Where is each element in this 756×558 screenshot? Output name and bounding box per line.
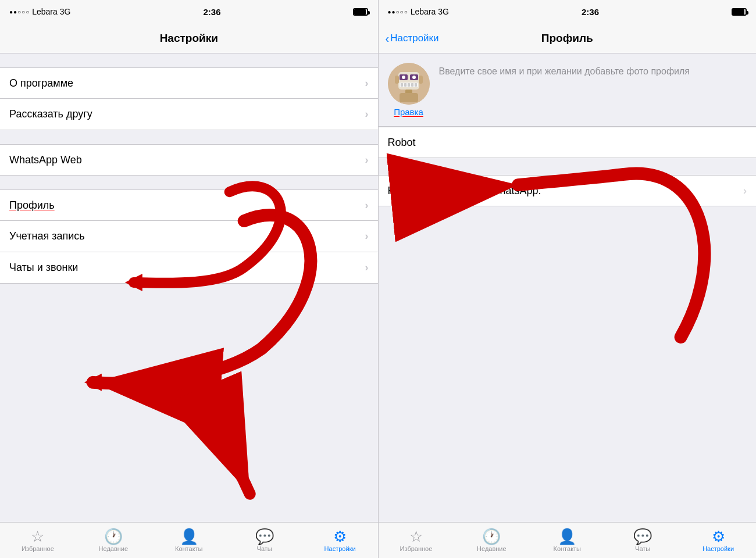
list-item-tell-friend-label: Рассказать другу [9, 108, 365, 120]
settings-icon-right: ⚙ [712, 529, 725, 544]
list-item-about[interactable]: О программе › [0, 67, 378, 99]
status-chevron-icon: › [743, 185, 747, 197]
svg-point-9 [412, 76, 416, 79]
tab-favorites-right[interactable]: ☆ Избранное [379, 529, 454, 552]
chevron-tell-friend: › [365, 108, 369, 120]
status-text: Hey there! I am using WhatsApp. [388, 185, 744, 197]
recent-icon-left: 🕐 [104, 529, 123, 544]
list-item-whatsapp-web[interactable]: WhatsApp Web › [0, 144, 378, 176]
carrier-right: Lebara [411, 7, 436, 16]
chats-label-left: Чаты [257, 545, 272, 552]
list-item-account-label: Учетная запись [9, 230, 365, 242]
status-bar-right: ●●○○○ Lebara 3G 2:36 [379, 0, 757, 23]
recent-label-right: Недавние [477, 545, 507, 552]
chats-icon-left: 💬 [255, 529, 274, 544]
time-left: 2:36 [203, 7, 220, 17]
chevron-about: › [365, 77, 369, 90]
list-item-account[interactable]: Учетная запись › [0, 221, 378, 252]
section-group-3: Профиль › Учетная запись › Чаты и звонки… [0, 189, 378, 284]
signal-dots-left: ●●○○○ [9, 9, 30, 15]
tab-contacts-right[interactable]: 👤 Контакты [529, 529, 605, 552]
chats-label-right: Чаты [635, 545, 650, 552]
section-group-2: WhatsApp Web › [0, 144, 378, 176]
profile-header: Правка Введите свое имя и при желании до… [379, 53, 757, 127]
list-item-profile[interactable]: Профиль › [0, 189, 378, 221]
signal-dots-right: ●●○○○ [388, 9, 408, 15]
section-group-1: О программе › Рассказать другу › [0, 67, 378, 130]
profile-hint: Введите свое имя и при желании добавьте … [439, 63, 690, 78]
svg-rect-16 [395, 76, 399, 84]
chevron-whatsapp-web: › [365, 154, 369, 166]
nav-title-right: Профиль [541, 32, 593, 45]
favorites-label-left: Избранное [22, 545, 54, 552]
tab-bar-left: ☆ Избранное 🕐 Недавние 👤 Контакты 💬 Чаты… [0, 522, 378, 558]
profile-name: Robot [388, 137, 416, 149]
carrier-left: Lebara [32, 7, 58, 16]
recent-icon-right: 🕐 [482, 529, 501, 544]
network-right: 3G [438, 7, 449, 16]
back-chevron-icon: ‹ [386, 33, 390, 44]
settings-list: О программе › Рассказать другу › WhatsAp… [0, 53, 378, 522]
tab-bar-right: ☆ Избранное 🕐 Недавние 👤 Контакты 💬 Чаты… [379, 522, 757, 558]
tab-favorites-left[interactable]: ☆ Избранное [0, 529, 76, 552]
contacts-icon-right: 👤 [558, 529, 576, 544]
left-panel: ●●○○○ Lebara 3G 2:36 Настройки О програм… [0, 0, 378, 558]
list-item-chats-calls[interactable]: Чаты и звонки › [0, 252, 378, 284]
svg-rect-19 [400, 93, 418, 102]
tab-chats-right[interactable]: 💬 Чаты [605, 529, 680, 552]
contacts-label-left: Контакты [175, 545, 203, 552]
contacts-icon-left: 👤 [180, 529, 198, 544]
favorites-icon-right: ☆ [409, 529, 423, 544]
svg-rect-11 [401, 83, 403, 87]
nav-bar-left: Настройки [0, 23, 378, 53]
profile-content: Правка Введите свое имя и при желании до… [379, 53, 757, 522]
profile-name-section[interactable]: Robot [379, 127, 757, 158]
status-bar-left: ●●○○○ Lebara 3G 2:36 [0, 0, 378, 23]
favorites-icon-left: ☆ [31, 529, 44, 544]
status-section-header: СТАТУС [379, 158, 757, 175]
list-item-chats-calls-label: Чаты и звонки [9, 262, 365, 274]
avatar[interactable] [388, 63, 430, 105]
battery-right [732, 8, 747, 16]
avatar-edit-link[interactable]: Правка [394, 107, 423, 117]
nav-bar-right: ‹ Настройки Профиль [379, 23, 757, 53]
tab-settings-left[interactable]: ⚙ Настройки [302, 529, 378, 552]
svg-rect-17 [419, 76, 423, 84]
nav-title-left: Настройки [160, 32, 218, 45]
status-item[interactable]: Hey there! I am using WhatsApp. › [379, 175, 757, 206]
settings-label-left: Настройки [324, 545, 356, 552]
tab-contacts-left[interactable]: 👤 Контакты [151, 529, 227, 552]
settings-label-right: Настройки [702, 545, 734, 552]
list-item-whatsapp-web-label: WhatsApp Web [9, 154, 365, 166]
recent-label-left: Недавние [99, 545, 129, 552]
tab-chats-left[interactable]: 💬 Чаты [227, 529, 302, 552]
nav-back-button[interactable]: ‹ Настройки [386, 33, 439, 44]
avatar-container: Правка [388, 63, 430, 117]
chevron-profile: › [365, 199, 369, 212]
svg-rect-12 [404, 83, 406, 87]
tab-settings-right[interactable]: ⚙ Настройки [680, 529, 756, 552]
battery-left [353, 8, 368, 16]
list-item-about-label: О программе [9, 77, 365, 90]
list-item-profile-label: Профиль [9, 199, 365, 212]
chevron-chats-calls: › [365, 262, 369, 274]
tab-recent-right[interactable]: 🕐 Недавние [454, 529, 529, 552]
tab-recent-left[interactable]: 🕐 Недавние [76, 529, 151, 552]
list-item-tell-friend[interactable]: Рассказать другу › [0, 99, 378, 130]
svg-rect-15 [415, 83, 417, 87]
svg-point-8 [402, 76, 405, 79]
svg-rect-14 [411, 83, 413, 87]
nav-back-label: Настройки [390, 33, 438, 44]
right-panel: ●●○○○ Lebara 3G 2:36 ‹ Настройки Профиль [379, 0, 757, 558]
svg-rect-13 [408, 83, 410, 87]
network-left: 3G [60, 7, 71, 16]
favorites-label-right: Избранное [400, 545, 433, 552]
chevron-account: › [365, 230, 369, 242]
contacts-label-right: Контакты [554, 545, 582, 552]
time-right: 2:36 [582, 7, 599, 17]
chats-icon-right: 💬 [633, 529, 652, 544]
settings-icon-left: ⚙ [333, 529, 347, 544]
